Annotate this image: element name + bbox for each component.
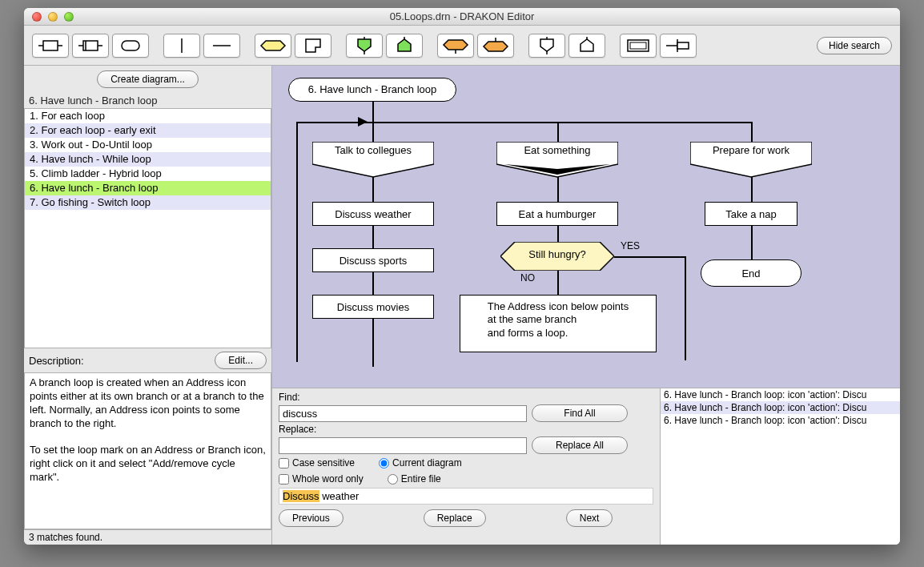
edit-description-button[interactable]: Edit...: [215, 352, 267, 369]
whole-word-checkbox[interactable]: Whole word only: [279, 473, 364, 485]
tool-address-green-icon[interactable]: [386, 34, 423, 58]
find-all-button[interactable]: Find All: [532, 404, 628, 422]
content-area: Create diagram... 6. Have lunch - Branch…: [24, 66, 900, 545]
svg-rect-29: [677, 42, 689, 49]
tool-branch-green-icon[interactable]: [346, 34, 383, 58]
branch-talk[interactable]: Talk to collegues: [312, 144, 434, 156]
current-diagram-radio[interactable]: Current diagram: [379, 457, 462, 468]
branch-eat[interactable]: Eat something: [496, 144, 618, 156]
app-window: 05.Loops.drn - DRAKON Editor Hide search…: [24, 8, 900, 545]
search-result-item[interactable]: 6. Have lunch - Branch loop: icon 'actio…: [661, 414, 900, 427]
tool-hline-icon[interactable]: [203, 34, 240, 58]
comment-node[interactable]: The Address icon below points at the sam…: [460, 295, 657, 352]
svg-rect-7: [122, 41, 139, 50]
action-node[interactable]: Discuss weather: [312, 202, 434, 226]
search-result-item[interactable]: 6. Have lunch - Branch loop: icon 'actio…: [661, 388, 900, 401]
minimize-icon[interactable]: [48, 12, 58, 22]
diagram-title-node[interactable]: 6. Have lunch - Branch loop: [288, 78, 456, 102]
create-diagram-button[interactable]: Create diagram...: [97, 70, 199, 88]
sidebar: Create diagram... 6. Have lunch - Branch…: [24, 66, 272, 545]
svg-rect-0: [43, 41, 58, 50]
find-label: Find:: [279, 392, 653, 403]
entire-file-radio[interactable]: Entire file: [388, 473, 441, 485]
tool-address-white-icon[interactable]: [568, 34, 605, 58]
action-node[interactable]: Eat a humburger: [496, 202, 618, 226]
diagram-list[interactable]: 1. For each loop 2. For each loop - earl…: [24, 108, 271, 348]
search-panel: Find: Find All Replace: Replace All Case…: [272, 388, 900, 545]
traffic-lights: [24, 12, 74, 22]
list-item[interactable]: 1. For each loop: [25, 109, 271, 123]
description-header: Description: Edit...: [24, 348, 271, 372]
current-diagram-name: 6. Have lunch - Branch loop: [24, 93, 271, 108]
replace-all-button[interactable]: Replace All: [532, 436, 628, 454]
status-bar: 3 matches found.: [24, 529, 271, 545]
no-label: NO: [520, 272, 535, 284]
action-node[interactable]: Take a nap: [705, 202, 797, 226]
replace-input[interactable]: [279, 437, 527, 454]
svg-marker-23: [581, 39, 593, 51]
tool-rounded-icon[interactable]: [112, 34, 149, 58]
list-item[interactable]: 2. For each loop - early exit: [25, 123, 271, 138]
tool-if-icon[interactable]: [255, 34, 291, 58]
svg-marker-14: [398, 39, 411, 51]
search-result-item[interactable]: 6. Have lunch - Branch loop: icon 'actio…: [661, 401, 900, 414]
search-results-list[interactable]: 6. Have lunch - Branch loop: icon 'actio…: [660, 388, 900, 545]
titlebar[interactable]: 05.Loops.drn - DRAKON Editor: [24, 8, 900, 26]
svg-marker-16: [444, 40, 468, 50]
main-area: 6. Have lunch - Branch loop Talk to coll…: [272, 66, 900, 545]
list-item[interactable]: 4. Have lunch - While loop: [25, 152, 271, 167]
toolbar: Hide search: [24, 26, 900, 66]
branch-prepare[interactable]: Prepare for work: [690, 144, 812, 156]
tool-action-icon[interactable]: [32, 34, 69, 58]
next-button[interactable]: Next: [566, 509, 613, 527]
tool-select-icon[interactable]: [295, 34, 331, 58]
tool-insertion-icon[interactable]: [72, 34, 109, 58]
tool-loop-end-icon[interactable]: [477, 34, 514, 58]
tool-vline-icon[interactable]: [163, 34, 200, 58]
list-item[interactable]: 7. Go fishing - Switch loop: [25, 195, 271, 210]
window-title: 05.Loops.drn - DRAKON Editor: [24, 10, 900, 22]
replace-label: Replace:: [279, 424, 653, 435]
svg-marker-20: [540, 39, 553, 51]
diagram-canvas[interactable]: 6. Have lunch - Branch loop Talk to coll…: [272, 66, 900, 388]
case-sensitive-checkbox[interactable]: Case sensitive: [279, 457, 355, 468]
tool-comment-icon[interactable]: [620, 34, 657, 58]
tool-loop-start-icon[interactable]: [437, 34, 474, 58]
tool-connector-icon[interactable]: [660, 34, 697, 58]
description-label: Description:: [29, 355, 215, 367]
end-node[interactable]: End: [701, 259, 801, 287]
svg-marker-10: [261, 41, 285, 50]
replace-button[interactable]: Replace: [424, 509, 486, 527]
list-item[interactable]: 5. Climb ladder - Hybrid loop: [25, 167, 271, 181]
hide-search-button[interactable]: Hide search: [817, 37, 892, 54]
svg-marker-11: [358, 39, 371, 51]
svg-rect-25: [628, 40, 649, 51]
question-node[interactable]: Still hungry?: [500, 248, 614, 260]
list-item[interactable]: 3. Work out - Do-Until loop: [25, 138, 271, 152]
match-preview: Discuss weather: [279, 488, 653, 505]
action-node[interactable]: Discuss sports: [312, 248, 434, 272]
description-textarea[interactable]: A branch loop is created when an Address…: [24, 372, 271, 529]
action-node[interactable]: Discuss movies: [312, 295, 434, 319]
list-item[interactable]: 6. Have lunch - Branch loop: [25, 181, 271, 195]
svg-marker-18: [484, 42, 508, 51]
find-input[interactable]: [279, 405, 527, 422]
tool-branch-white-icon[interactable]: [528, 34, 565, 58]
previous-button[interactable]: Previous: [279, 509, 343, 527]
yes-label: YES: [621, 240, 640, 251]
zoom-icon[interactable]: [64, 12, 74, 22]
close-icon[interactable]: [32, 12, 42, 22]
